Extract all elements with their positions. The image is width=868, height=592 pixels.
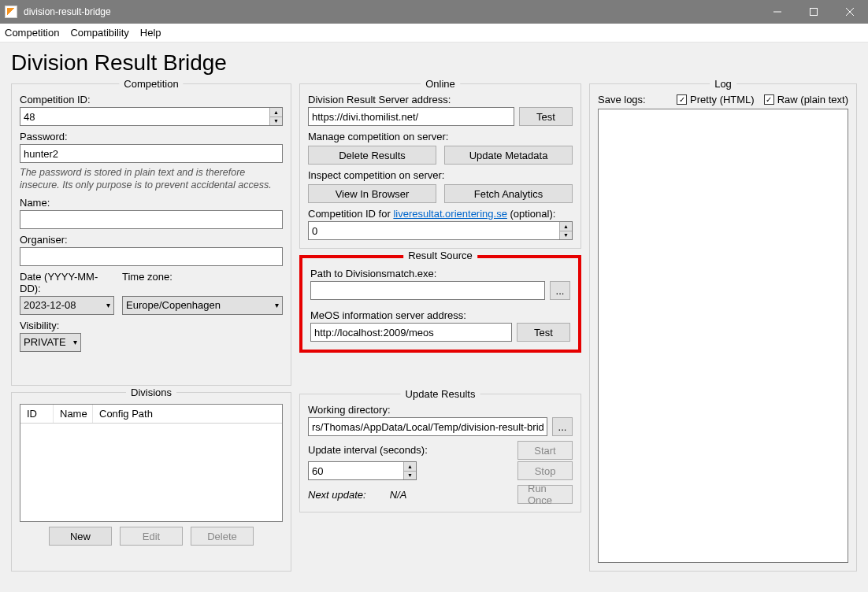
checkmark-icon: ✓ xyxy=(764,94,774,105)
organiser-label: Organiser: xyxy=(20,234,283,246)
window-title: division-result-bridge xyxy=(24,6,759,17)
new-button[interactable]: New xyxy=(49,527,112,546)
log-group: Log Save logs: ✓ Pretty (HTML) ✓ Raw (pl… xyxy=(589,83,857,572)
date-value: 2023-12-08 xyxy=(24,299,76,311)
titlebar: division-result-bridge xyxy=(0,0,868,24)
chevron-down-icon: ▾ xyxy=(73,338,77,346)
test-server-button[interactable]: Test xyxy=(519,107,573,126)
competition-group-title: Competition xyxy=(119,78,183,90)
liveresultat-link[interactable]: liveresultat.orientering.se xyxy=(393,208,507,220)
update-results-group: Update Results Working directory: ... Up… xyxy=(299,394,581,512)
raw-checkbox[interactable]: ✓ Raw (plain text) xyxy=(764,94,848,105)
timezone-value: Europe/Copenhagen xyxy=(126,299,221,311)
pretty-label: Pretty (HTML) xyxy=(690,94,755,105)
workdir-input[interactable] xyxy=(308,417,547,436)
server-label: Division Result Server address: xyxy=(308,94,573,105)
start-button[interactable]: Start xyxy=(517,441,573,460)
date-select[interactable]: 2023-12-08 ▾ xyxy=(20,296,114,315)
chevron-down-icon: ▾ xyxy=(106,301,110,309)
manage-label: Manage competition on server: xyxy=(308,131,573,142)
password-input[interactable] xyxy=(20,144,283,163)
menu-help[interactable]: Help xyxy=(140,27,161,39)
divisionsmatch-path-label: Path to Divisionsmatch.exe: xyxy=(310,268,570,279)
menubar: Competition Compatibility Help xyxy=(0,24,868,43)
menu-compatibility[interactable]: Compatibility xyxy=(70,27,128,39)
divisionsmatch-path-input[interactable] xyxy=(310,281,545,300)
page-title: Division Result Bridge xyxy=(11,50,857,76)
workdir-label: Working directory: xyxy=(308,404,573,416)
divisions-group: Divisions ID Name Config Path New Edit D… xyxy=(11,392,291,572)
visibility-label: Visibility: xyxy=(20,320,283,331)
app-icon xyxy=(5,6,17,18)
edit-button[interactable]: Edit xyxy=(120,527,183,546)
next-update-value: N/A xyxy=(390,489,407,501)
online-group-title: Online xyxy=(421,78,460,90)
minimize-button[interactable] xyxy=(759,0,796,24)
menu-competition[interactable]: Competition xyxy=(5,27,59,39)
update-metadata-button[interactable]: Update Metadata xyxy=(444,146,573,165)
col-id[interactable]: ID xyxy=(20,405,54,423)
password-label: Password: xyxy=(20,131,283,142)
password-hint: The password is stored in plain text and… xyxy=(20,166,283,192)
competition-group: Competition Competition ID: ▲▼ Password:… xyxy=(11,83,291,386)
stop-button[interactable]: Stop xyxy=(517,461,573,480)
browse-workdir-button[interactable]: ... xyxy=(552,417,573,436)
log-group-title: Log xyxy=(710,78,736,90)
interval-spinner[interactable]: ▲▼ xyxy=(403,462,416,479)
update-results-group-title: Update Results xyxy=(401,388,480,400)
meos-label: MeOS information server address: xyxy=(310,309,570,321)
maximize-button[interactable] xyxy=(796,0,832,24)
inspect-label: Inspect competition on server: xyxy=(308,169,573,181)
liveresultat-label: Competition ID for liveresultat.orienter… xyxy=(308,208,573,220)
view-browser-button[interactable]: View In Browser xyxy=(308,184,436,203)
visibility-value: PRIVATE xyxy=(24,336,66,348)
chevron-down-icon: ▾ xyxy=(275,301,279,309)
delete-button[interactable]: Delete xyxy=(191,527,254,546)
name-input[interactable] xyxy=(20,210,283,229)
timezone-select[interactable]: Europe/Copenhagen ▾ xyxy=(122,296,283,315)
divisions-group-title: Divisions xyxy=(126,387,176,398)
timezone-label: Time zone: xyxy=(122,271,283,283)
delete-results-button[interactable]: Delete Results xyxy=(308,146,436,165)
visibility-select[interactable]: PRIVATE ▾ xyxy=(20,333,81,352)
server-input[interactable] xyxy=(308,107,514,126)
interval-label: Update interval (seconds): xyxy=(308,444,510,456)
organiser-input[interactable] xyxy=(20,247,283,266)
svg-rect-1 xyxy=(811,9,818,16)
result-source-group-title: Result Source xyxy=(403,250,477,261)
col-config[interactable]: Config Path xyxy=(93,405,282,423)
online-group: Online Division Result Server address: T… xyxy=(299,83,581,249)
liveresultat-input[interactable] xyxy=(308,221,573,240)
test-meos-button[interactable]: Test xyxy=(517,323,570,342)
close-button[interactable] xyxy=(832,0,868,24)
competition-id-input[interactable] xyxy=(20,107,283,126)
liveresultat-spinner[interactable]: ▲▼ xyxy=(559,222,572,239)
checkmark-icon: ✓ xyxy=(677,94,687,105)
divisions-table[interactable]: ID Name Config Path xyxy=(20,404,283,522)
competition-id-label: Competition ID: xyxy=(20,94,283,105)
col-name[interactable]: Name xyxy=(54,405,93,423)
browse-path-button[interactable]: ... xyxy=(550,281,570,300)
raw-label: Raw (plain text) xyxy=(777,94,848,105)
date-label: Date (YYYY-MM-DD): xyxy=(20,271,114,294)
interval-input[interactable] xyxy=(308,461,417,480)
log-textarea[interactable] xyxy=(598,109,848,563)
pretty-checkbox[interactable]: ✓ Pretty (HTML) xyxy=(677,94,755,105)
fetch-analytics-button[interactable]: Fetch Analytics xyxy=(444,184,573,203)
save-logs-label: Save logs: xyxy=(598,94,667,105)
competition-id-spinner[interactable]: ▲▼ xyxy=(269,108,282,125)
name-label: Name: xyxy=(20,197,283,209)
next-update-label: Next update: xyxy=(308,489,366,501)
result-source-group: Result Source Path to Divisionsmatch.exe… xyxy=(299,255,581,353)
meos-input[interactable] xyxy=(310,323,512,342)
run-once-button[interactable]: Run Once xyxy=(517,485,573,504)
